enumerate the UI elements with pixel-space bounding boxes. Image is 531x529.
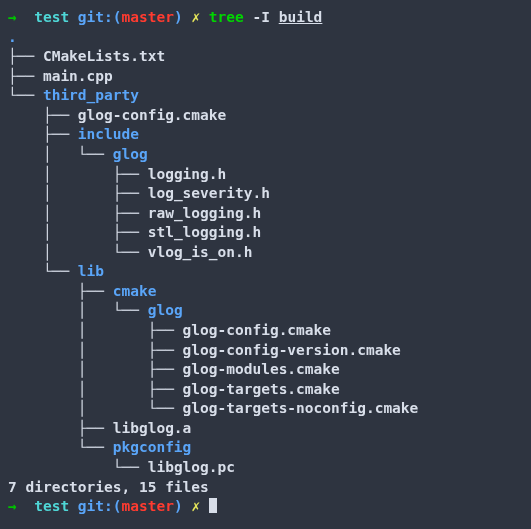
tree-prefix: └── <box>8 439 113 455</box>
tree-prefix: └── <box>8 263 78 279</box>
tree-prefix: ├── <box>8 68 43 84</box>
tree-prefix: │ └── <box>8 400 183 416</box>
tree-dir: glog <box>148 302 183 318</box>
tree-prefix: ├── <box>8 48 43 64</box>
tree-line: │ ├── log_severity.h <box>8 184 523 204</box>
tree-line: ├── glog-config.cmake <box>8 106 523 126</box>
tree-line: │ ├── glog-modules.cmake <box>8 360 523 380</box>
tree-file: glog-targets-noconfig.cmake <box>183 400 419 416</box>
tree-line: └── pkgconfig <box>8 438 523 458</box>
tree-root: . <box>8 28 523 48</box>
git-branch: master <box>122 9 174 25</box>
tree-file: logging.h <box>148 166 227 182</box>
dirty-indicator-icon: ✗ <box>191 9 200 25</box>
git-label: git:( <box>78 498 122 514</box>
tree-file: CMakeLists.txt <box>43 48 165 64</box>
cursor-icon <box>209 498 217 513</box>
dirty-indicator-icon: ✗ <box>191 498 200 514</box>
tree-prefix: │ └── <box>8 302 148 318</box>
tree-line: │ └── glog-targets-noconfig.cmake <box>8 399 523 419</box>
tree-line: ├── cmake <box>8 282 523 302</box>
tree-file: glog-config.cmake <box>78 107 226 123</box>
tree-file: log_severity.h <box>148 185 270 201</box>
tree-prefix: ├── <box>8 283 113 299</box>
tree-dir: include <box>78 126 139 142</box>
tree-file: libglog.pc <box>148 459 235 475</box>
tree-prefix: │ ├── <box>8 342 183 358</box>
prompt-arrow: → <box>8 498 17 514</box>
tree-prefix: ├── <box>8 420 113 436</box>
tree-file: libglog.a <box>113 420 192 436</box>
tree-file: glog-targets.cmake <box>183 381 340 397</box>
git-close: ) <box>174 498 183 514</box>
command: tree <box>209 9 244 25</box>
tree-file: stl_logging.h <box>148 224 262 240</box>
tree-file: main.cpp <box>43 68 113 84</box>
tree-dir: cmake <box>113 283 157 299</box>
tree-prefix: │ ├── <box>8 361 183 377</box>
git-branch: master <box>122 498 174 514</box>
command-argument: build <box>279 9 323 25</box>
tree-line: │ ├── stl_logging.h <box>8 223 523 243</box>
tree-dir: glog <box>113 146 148 162</box>
tree-prefix: └── <box>8 87 43 103</box>
tree-prefix: │ ├── <box>8 166 148 182</box>
tree-summary: 7 directories, 15 files <box>8 478 523 498</box>
tree-file: glog-config.cmake <box>183 322 331 338</box>
tree-prefix: │ └── <box>8 244 148 260</box>
tree-line: └── third_party <box>8 86 523 106</box>
tree-prefix: ├── <box>8 107 78 123</box>
tree-output: ├── CMakeLists.txt├── main.cpp└── third_… <box>8 47 523 477</box>
tree-prefix: │ └── <box>8 146 113 162</box>
tree-file: vlog_is_on.h <box>148 244 253 260</box>
prompt-cwd: test <box>34 498 69 514</box>
tree-prefix: │ ├── <box>8 224 148 240</box>
tree-prefix: │ ├── <box>8 381 183 397</box>
prompt-line-1[interactable]: → test git:(master) ✗ tree -I build <box>8 8 523 28</box>
tree-line: ├── main.cpp <box>8 67 523 87</box>
tree-line: ├── CMakeLists.txt <box>8 47 523 67</box>
tree-file: raw_logging.h <box>148 205 262 221</box>
tree-prefix: │ ├── <box>8 205 148 221</box>
tree-line: │ ├── glog-config-version.cmake <box>8 341 523 361</box>
tree-line: │ ├── raw_logging.h <box>8 204 523 224</box>
tree-file: glog-config-version.cmake <box>183 342 401 358</box>
tree-line: ├── libglog.a <box>8 419 523 439</box>
tree-file: glog-modules.cmake <box>183 361 340 377</box>
tree-line: │ └── vlog_is_on.h <box>8 243 523 263</box>
prompt-line-2[interactable]: → test git:(master) ✗ <box>8 497 523 517</box>
tree-prefix: │ ├── <box>8 185 148 201</box>
tree-line: │ └── glog <box>8 301 523 321</box>
tree-line: ├── include <box>8 125 523 145</box>
tree-dir: lib <box>78 263 104 279</box>
tree-line: │ ├── glog-config.cmake <box>8 321 523 341</box>
tree-prefix: └── <box>8 459 148 475</box>
git-close: ) <box>174 9 183 25</box>
tree-dir: third_party <box>43 87 139 103</box>
prompt-cwd: test <box>34 9 69 25</box>
tree-line: │ └── glog <box>8 145 523 165</box>
prompt-arrow: → <box>8 9 17 25</box>
tree-prefix: ├── <box>8 126 78 142</box>
tree-line: │ ├── logging.h <box>8 165 523 185</box>
tree-root-dot: . <box>8 29 17 45</box>
tree-line: │ ├── glog-targets.cmake <box>8 380 523 400</box>
tree-prefix: │ ├── <box>8 322 183 338</box>
tree-line: └── lib <box>8 262 523 282</box>
git-label: git:( <box>78 9 122 25</box>
tree-dir: pkgconfig <box>113 439 192 455</box>
tree-line: └── libglog.pc <box>8 458 523 478</box>
command-flag: -I <box>253 9 270 25</box>
